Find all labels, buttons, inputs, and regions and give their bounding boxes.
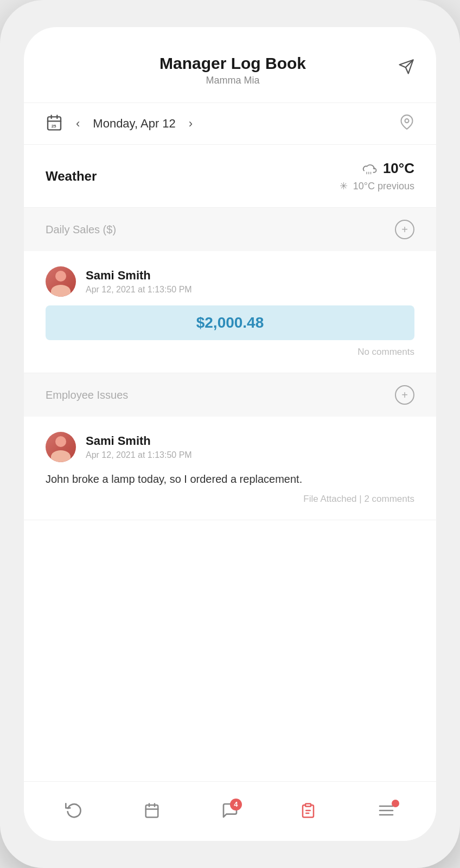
bottom-navigation: 4 — [24, 781, 436, 841]
nav-menu[interactable] — [369, 797, 404, 826]
calendar-nav-icon — [144, 802, 160, 821]
add-daily-sales-button[interactable]: + — [395, 220, 414, 239]
svg-text:25: 25 — [52, 124, 56, 129]
calendar-icon[interactable]: 25 — [46, 114, 63, 133]
daily-sales-entry: Sami Smith Apr 12, 2021 at 1:13:50 PM $2… — [24, 251, 436, 373]
svg-rect-14 — [146, 805, 158, 818]
svg-rect-18 — [305, 803, 311, 806]
weather-previous: ✳ 10°C previous — [340, 180, 414, 192]
menu-badge — [392, 800, 399, 807]
entry-author-name-2: Sami Smith — [86, 434, 192, 448]
cloud-icon — [361, 161, 378, 176]
weather-section: Weather — [24, 145, 436, 208]
daily-sales-comments: No comments — [46, 347, 414, 358]
avatar-2 — [46, 432, 76, 462]
phone-screen: Manager Log Book Mamma Mia — [24, 27, 436, 841]
entry-meta: File Attached | 2 comments — [46, 494, 414, 505]
app-title: Manager Log Book — [67, 54, 398, 73]
entry-info-2: Sami Smith Apr 12, 2021 at 1:13:50 PM — [86, 434, 192, 460]
weather-label: Weather — [46, 169, 97, 184]
date-navigation: 25 ‹ Monday, Apr 12 › — [24, 103, 436, 145]
entry-text: John broke a lamp today, so I ordered a … — [46, 471, 414, 487]
date-nav-left: 25 ‹ Monday, Apr 12 › — [46, 114, 197, 133]
back-icon — [65, 801, 82, 822]
weather-current: 10°C — [361, 160, 414, 177]
logbook-icon — [300, 802, 316, 821]
sales-value-box: $2,000.48 — [46, 305, 414, 340]
content-area: Manager Log Book Mamma Mia — [24, 27, 436, 575]
entry-timestamp: Apr 12, 2021 at 1:13:50 PM — [86, 285, 192, 295]
entry-header: Sami Smith Apr 12, 2021 at 1:13:50 PM — [46, 266, 414, 297]
location-icon[interactable] — [399, 114, 414, 133]
phone-frame: Manager Log Book Mamma Mia — [0, 0, 460, 868]
header: Manager Log Book Mamma Mia — [24, 27, 436, 103]
date-nav-right — [399, 114, 414, 133]
entry-header-2: Sami Smith Apr 12, 2021 at 1:13:50 PM — [46, 432, 414, 462]
avatar — [46, 266, 76, 297]
daily-sales-title: Daily Sales ($) — [46, 224, 116, 236]
next-date-button[interactable]: › — [184, 114, 197, 133]
prev-date-button[interactable]: ‹ — [72, 114, 84, 133]
weather-right: 10°C ✳ 10°C previous — [340, 160, 414, 192]
messages-badge: 4 — [230, 799, 242, 810]
entry-info: Sami Smith Apr 12, 2021 at 1:13:50 PM — [86, 269, 192, 295]
employee-issues-entry: Sami Smith Apr 12, 2021 at 1:13:50 PM Jo… — [24, 417, 436, 520]
nav-back[interactable] — [56, 796, 91, 826]
current-date: Monday, Apr 12 — [93, 117, 175, 131]
employee-issues-title: Employee Issues — [46, 389, 128, 401]
previous-temperature: 10°C previous — [353, 181, 414, 192]
snowflake-icon: ✳ — [340, 180, 348, 192]
nav-messages[interactable]: 4 — [213, 797, 247, 826]
app-subtitle: Mamma Mia — [67, 75, 398, 86]
sales-value: $2,000.48 — [54, 314, 406, 331]
nav-calendar[interactable] — [135, 798, 169, 825]
header-center: Manager Log Book Mamma Mia — [67, 54, 398, 86]
entry-author-name: Sami Smith — [86, 269, 192, 283]
send-icon[interactable] — [398, 54, 414, 79]
svg-point-7 — [405, 119, 409, 123]
employee-issues-section-header: Employee Issues + — [24, 373, 436, 417]
current-temperature: 10°C — [383, 160, 414, 177]
add-employee-issues-button[interactable]: + — [395, 385, 414, 405]
nav-logbook[interactable] — [291, 798, 325, 825]
daily-sales-section-header: Daily Sales ($) + — [24, 208, 436, 251]
entry-timestamp-2: Apr 12, 2021 at 1:13:50 PM — [86, 450, 192, 460]
